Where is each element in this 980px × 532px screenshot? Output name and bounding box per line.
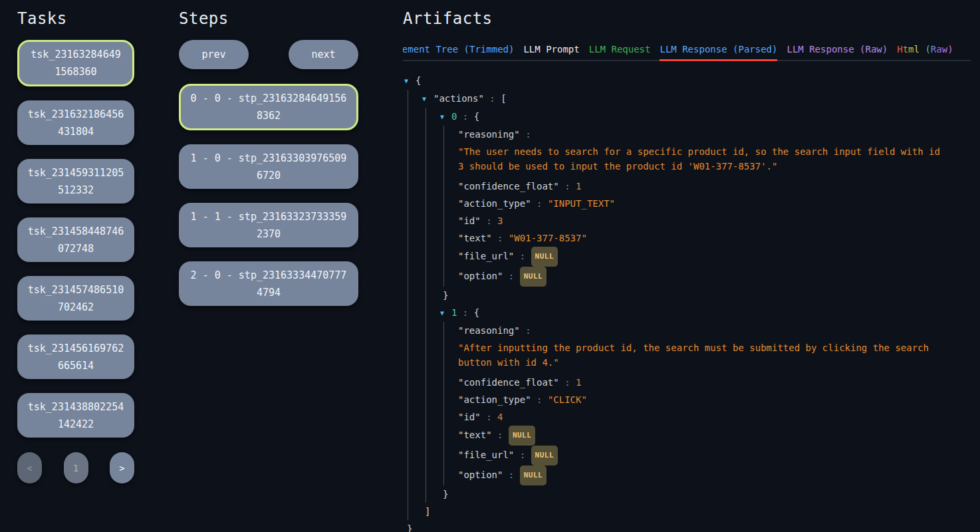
json-key: "file_url" (458, 450, 514, 460)
steps-prev-button[interactable]: prev (179, 40, 249, 69)
json-row: "text" : NULL (458, 426, 971, 446)
json-key: "text" (458, 233, 492, 243)
json-string-value: "After inputting the product id, the sea… (458, 340, 942, 370)
json-row: ▼"actions" : [ (422, 90, 971, 108)
artifacts-panel: Artifacts Element Tree (Trimmed)LLM Prom… (403, 0, 980, 532)
tab-llm-prompt[interactable]: LLM Prompt (523, 44, 579, 61)
json-row: "file_url" : NULL (458, 446, 971, 466)
pagination-prev-button[interactable]: < (17, 452, 42, 483)
collapse-arrow-icon[interactable]: ▼ (440, 108, 451, 126)
json-row: "action_type" : "CLICK" (458, 391, 971, 408)
tasks-pagination: < 1 > (17, 452, 134, 483)
task-item[interactable]: tsk_231458448746072748 (17, 217, 134, 262)
json-string-value: "The user needs to search for a specific… (458, 144, 942, 174)
json-tree-view: ▼{▼"actions" : [▼0 : {"reasoning" : "The… (403, 72, 971, 532)
task-item[interactable]: tsk_231456169762665614 (17, 334, 134, 379)
json-close-row: ] (422, 503, 971, 520)
task-item[interactable]: tsk_231457486510702462 (17, 276, 134, 321)
steps-panel: Steps prev next 0 - 0 - stp_231632846491… (179, 0, 403, 532)
collapse-arrow-icon[interactable]: ▼ (404, 72, 416, 90)
artifacts-title: Artifacts (403, 9, 971, 28)
json-row: "option" : NULL (458, 267, 971, 287)
tasks-panel: Tasks tsk_231632846491568360tsk_23163218… (0, 0, 179, 532)
null-badge: NULL (509, 426, 536, 446)
json-key: "confidence_float" (458, 181, 559, 192)
json-node: ▼{▼"actions" : [▼0 : {"reasoning" : "The… (404, 72, 971, 532)
null-badge: NULL (520, 466, 547, 485)
json-children: "reasoning" : "The user needs to search … (443, 126, 971, 287)
json-row: "reasoning" : (458, 322, 971, 339)
json-key: "reasoning" (458, 325, 520, 336)
json-key: "option" (458, 469, 503, 480)
json-row: ▼1 : { (440, 304, 971, 322)
json-row: "id" : 3 (458, 212, 971, 229)
json-close-row: } (404, 520, 971, 532)
tab-element-tree-trimmed[interactable]: Element Tree (Trimmed) (403, 44, 514, 61)
json-key: "actions" (433, 93, 484, 104)
tasks-list: tsk_231632846491568360tsk_23163218645643… (17, 40, 134, 438)
json-row: ▼0 : { (440, 108, 971, 126)
step-item[interactable]: 1 - 0 - stp_231633039765096720 (179, 144, 358, 189)
null-badge: NULL (531, 446, 558, 466)
json-key: "option" (458, 271, 503, 281)
json-key: "file_url" (458, 251, 514, 261)
step-item[interactable]: 1 - 1 - stp_231633237333592370 (179, 203, 358, 247)
steps-title: Steps (179, 9, 403, 28)
pagination-page-button[interactable]: 1 (64, 452, 88, 483)
json-row: "text" : "W01-377-8537" (458, 229, 971, 247)
json-row: ▼{ (404, 72, 971, 90)
json-close-row: } (440, 485, 971, 503)
steps-next-button[interactable]: next (289, 40, 358, 69)
json-node: ▼0 : {"reasoning" : "The user needs to s… (440, 108, 971, 304)
json-children: ▼"actions" : [▼0 : {"reasoning" : "The u… (408, 90, 971, 520)
artifacts-tab-bar: Element Tree (Trimmed)LLM PromptLLM Requ… (403, 44, 971, 61)
app-root: Tasks tsk_231632846491568360tsk_23163218… (0, 0, 980, 532)
json-node: ▼"actions" : [▼0 : {"reasoning" : "The u… (422, 90, 971, 520)
json-key: "confidence_float" (458, 377, 559, 388)
task-item[interactable]: tsk_231632186456431804 (17, 100, 134, 145)
json-children: "reasoning" : "After inputting the produ… (443, 322, 971, 485)
null-badge: NULL (531, 247, 558, 267)
json-row: "option" : NULL (458, 466, 971, 485)
collapse-arrow-icon[interactable]: ▼ (440, 305, 451, 322)
json-row: "confidence_float" : 1 (458, 374, 971, 391)
json-row: "file_url" : NULL (458, 247, 971, 267)
tab-html-raw[interactable]: Html (Raw) (897, 44, 953, 61)
json-key: "reasoning" (458, 129, 520, 140)
steps-nav: prev next (179, 40, 358, 69)
json-key: "action_type" (458, 198, 531, 209)
json-key: "id" (458, 215, 481, 226)
json-key: "text" (458, 430, 492, 440)
tab-llm-response-raw[interactable]: LLM Response (Raw) (787, 44, 888, 61)
json-node: ▼1 : {"reasoning" : "After inputting the… (440, 304, 971, 503)
task-item-selected[interactable]: tsk_231632846491568360 (17, 40, 134, 86)
tab-llm-response-parsed[interactable]: LLM Response (Parsed) (660, 44, 777, 61)
task-item[interactable]: tsk_231459311205512332 (17, 159, 134, 203)
json-key: "action_type" (458, 394, 531, 405)
json-close-row: } (440, 287, 971, 304)
task-item[interactable]: tsk_231438802254142422 (17, 393, 134, 438)
pagination-next-button[interactable]: > (110, 452, 134, 483)
step-item[interactable]: 2 - 0 - stp_231633344707774794 (179, 261, 358, 306)
steps-list: 0 - 0 - stp_2316328464915683621 - 0 - st… (179, 84, 358, 306)
collapse-arrow-icon[interactable]: ▼ (422, 90, 433, 108)
json-key: "id" (458, 412, 481, 422)
step-item-selected[interactable]: 0 - 0 - stp_231632846491568362 (179, 84, 358, 130)
tasks-title: Tasks (17, 9, 179, 28)
json-row: "action_type" : "INPUT_TEXT" (458, 195, 971, 212)
json-row: "reasoning" : (458, 126, 971, 143)
json-row: "confidence_float" : 1 (458, 178, 971, 195)
tab-llm-request[interactable]: LLM Request (589, 44, 651, 61)
json-row: "id" : 4 (458, 408, 971, 426)
null-badge: NULL (520, 267, 547, 287)
json-children: ▼0 : {"reasoning" : "The user needs to s… (426, 108, 971, 503)
